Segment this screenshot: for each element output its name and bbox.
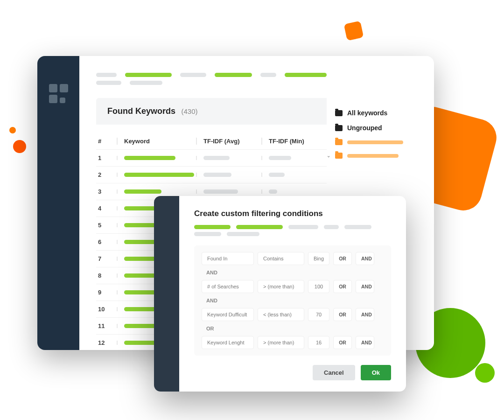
- group-custom-1[interactable]: [327, 135, 417, 149]
- cancel-button[interactable]: Cancel: [313, 365, 355, 380]
- modal-sidebar: [154, 196, 179, 392]
- filter-or[interactable]: OR: [333, 336, 352, 349]
- row-number: 12: [96, 339, 117, 346]
- group-ungrouped[interactable]: Ungrouped: [327, 120, 417, 135]
- row-number: 5: [96, 222, 117, 229]
- section-title: Found Keywords: [107, 106, 175, 116]
- row-keyword: [117, 156, 196, 160]
- row-number: 2: [96, 171, 117, 178]
- row-keyword: [117, 189, 196, 194]
- filter-join-label: OR: [206, 326, 384, 331]
- filter-field[interactable]: Found In: [202, 252, 254, 265]
- col-tfidf-avg: TF-IDF (Avg): [196, 138, 261, 145]
- col-number: #: [96, 138, 117, 145]
- filter-row: Keyword Dufficult< (less than)70ORAND: [202, 308, 384, 321]
- filter-row: Keyword Lenght> (more than)16ORAND: [202, 336, 384, 349]
- filter-value[interactable]: 100: [308, 280, 329, 293]
- ok-button[interactable]: Ok: [361, 365, 391, 380]
- row-avg: [196, 173, 261, 177]
- filter-and[interactable]: AND: [356, 308, 374, 321]
- filter-value[interactable]: Bing: [308, 252, 329, 265]
- row-min: [261, 156, 327, 160]
- decor-green-circle-small: [475, 363, 495, 383]
- filter-field[interactable]: # of Searches: [202, 280, 254, 293]
- filter-or[interactable]: OR: [333, 308, 352, 321]
- table-header: # Keyword TF-IDF (Avg) TF-IDF (Min): [96, 133, 327, 149]
- row-number: 7: [96, 255, 117, 262]
- row-number: 1: [96, 154, 117, 161]
- group-all-keywords[interactable]: All keywords: [327, 105, 417, 120]
- decor-orange-circle: [13, 140, 26, 153]
- row-number: 9: [96, 289, 117, 296]
- filter-operator[interactable]: > (more than): [258, 336, 304, 349]
- main-sidebar: [37, 56, 79, 350]
- filter-operator[interactable]: > (more than): [258, 280, 304, 293]
- decor-orange-square: [344, 21, 364, 41]
- filter-and[interactable]: AND: [356, 252, 374, 265]
- modal-skeleton-2: [194, 232, 391, 236]
- group-label-skeleton: [347, 140, 403, 144]
- group-label: All keywords: [347, 109, 387, 117]
- dashboard-icon[interactable]: [49, 84, 68, 103]
- modal-footer: Cancel Ok: [194, 365, 391, 380]
- row-avg: [196, 189, 261, 194]
- row-number: 10: [96, 306, 117, 313]
- col-keyword: Keyword: [117, 138, 196, 145]
- folder-icon: [335, 110, 343, 116]
- modal-title: Create custom filtering conditions: [194, 209, 391, 218]
- row-min: [261, 173, 327, 177]
- row-number: 4: [96, 205, 117, 212]
- filter-or[interactable]: OR: [333, 280, 352, 293]
- breadcrumb-skeleton: [96, 73, 327, 77]
- col-tfidf-min: TF-IDF (Min): [261, 138, 327, 145]
- filter-row: Found InContainsBingORAND: [202, 252, 384, 265]
- folder-icon: [335, 153, 343, 159]
- groups-panel: All keywords Ungrouped ⌄: [327, 73, 417, 162]
- filter-value[interactable]: 16: [308, 336, 329, 349]
- breadcrumb-skeleton-2: [96, 81, 327, 85]
- row-min: [261, 189, 327, 194]
- filter-join-label: AND: [206, 270, 384, 275]
- table-row[interactable]: 2: [96, 166, 327, 183]
- row-number: 11: [96, 322, 117, 329]
- row-avg: [196, 156, 261, 160]
- row-keyword: [117, 173, 196, 177]
- group-label: Ungrouped: [347, 124, 382, 132]
- row-number: 8: [96, 272, 117, 279]
- filter-operator[interactable]: < (less than): [258, 308, 304, 321]
- filter-row: # of Searches> (more than)100ORAND: [202, 280, 384, 293]
- folder-icon: [335, 139, 343, 145]
- filter-value[interactable]: 70: [308, 308, 329, 321]
- row-number: 6: [96, 238, 117, 245]
- filter-field[interactable]: Keyword Lenght: [202, 336, 254, 349]
- table-row[interactable]: 1: [96, 149, 327, 166]
- decor-orange-dot: [9, 127, 16, 133]
- filter-and[interactable]: AND: [356, 336, 374, 349]
- filter-modal: Create custom filtering conditions Found…: [154, 196, 406, 392]
- filter-join-label: AND: [206, 298, 384, 303]
- filter-conditions: Found InContainsBingORANDAND# of Searche…: [194, 245, 391, 356]
- filter-and[interactable]: AND: [356, 280, 374, 293]
- group-label-skeleton: [347, 154, 399, 158]
- section-count: (430): [181, 107, 197, 115]
- modal-skeleton-1: [194, 225, 391, 229]
- filter-field[interactable]: Keyword Dufficult: [202, 308, 254, 321]
- folder-icon: [335, 125, 343, 131]
- filter-or[interactable]: OR: [333, 252, 352, 265]
- filter-operator[interactable]: Contains: [258, 252, 304, 265]
- chevron-down-icon[interactable]: ⌄: [327, 153, 330, 158]
- row-number: 3: [96, 188, 117, 195]
- group-custom-2[interactable]: ⌄: [327, 149, 417, 162]
- section-header: Found Keywords (430): [96, 98, 327, 125]
